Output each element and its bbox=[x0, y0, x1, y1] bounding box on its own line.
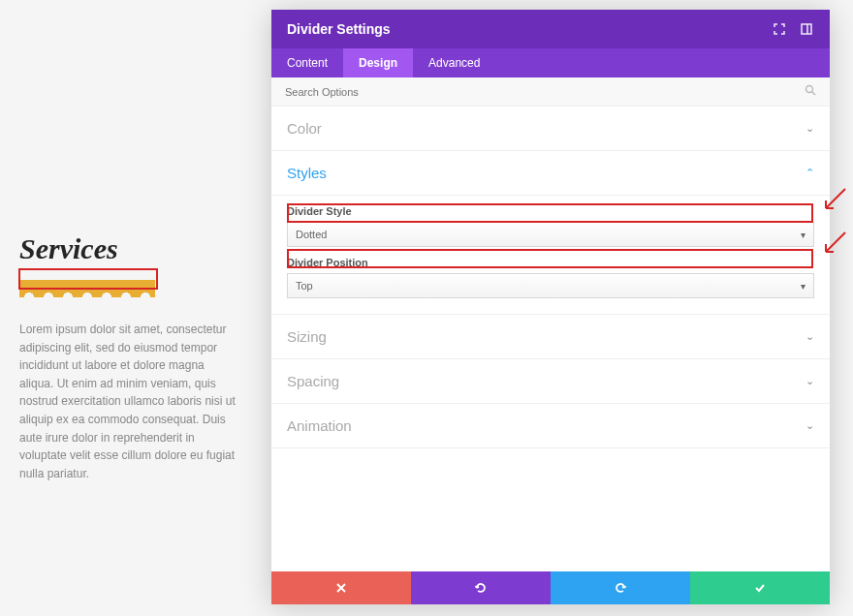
modal-title: Divider Settings bbox=[287, 21, 391, 37]
undo-button[interactable] bbox=[411, 571, 551, 604]
search-row bbox=[271, 77, 830, 107]
arrow-icon bbox=[820, 187, 847, 214]
arrow-icon bbox=[820, 231, 847, 258]
chevron-down-icon: ⌄ bbox=[806, 419, 814, 432]
chevron-down-icon: ⌄ bbox=[806, 122, 814, 135]
divider-settings-modal: Divider Settings Content Design Advanced… bbox=[271, 10, 830, 604]
tab-design[interactable]: Design bbox=[343, 48, 413, 77]
save-button[interactable] bbox=[690, 571, 830, 604]
divider-style-label: Divider Style bbox=[287, 205, 814, 217]
section-sizing-title: Sizing bbox=[287, 328, 327, 345]
search-icon[interactable] bbox=[805, 84, 816, 99]
expand-icon[interactable] bbox=[772, 21, 787, 37]
divider-position-value: Top bbox=[296, 280, 313, 292]
services-preview: Services Lorem ipsum dolor sit amet, con… bbox=[19, 232, 237, 482]
section-styles-title: Styles bbox=[287, 165, 327, 181]
svg-rect-0 bbox=[802, 24, 811, 34]
svg-line-7 bbox=[826, 232, 845, 252]
section-spacing[interactable]: Spacing ⌄ bbox=[271, 359, 830, 404]
tab-advanced[interactable]: Advanced bbox=[413, 48, 495, 77]
cancel-button[interactable] bbox=[271, 571, 411, 604]
svg-point-2 bbox=[806, 86, 813, 93]
snap-icon[interactable] bbox=[799, 21, 814, 37]
chevron-down-icon: ⌄ bbox=[806, 375, 814, 387]
lorem-text: Lorem ipsum dolor sit amet, consectetur … bbox=[19, 321, 237, 482]
search-input[interactable] bbox=[285, 86, 805, 98]
styles-body: Divider Style Dotted Divider Position To… bbox=[271, 205, 830, 315]
chevron-up-icon: ⌃ bbox=[806, 167, 814, 179]
tab-content[interactable]: Content bbox=[271, 48, 343, 77]
divider-position-label: Divider Position bbox=[287, 257, 814, 268]
svg-line-3 bbox=[812, 92, 815, 95]
modal-header[interactable]: Divider Settings bbox=[271, 10, 830, 48]
modal-footer bbox=[271, 571, 830, 604]
chevron-down-icon: ⌄ bbox=[806, 330, 814, 343]
section-styles[interactable]: Styles ⌃ bbox=[271, 151, 830, 196]
section-animation[interactable]: Animation ⌄ bbox=[271, 404, 830, 448]
sections: Color ⌄ Styles ⌃ Divider Style Dotted Di… bbox=[271, 107, 830, 571]
section-animation-title: Animation bbox=[287, 417, 352, 434]
section-color-title: Color bbox=[287, 120, 322, 137]
tabs: Content Design Advanced bbox=[271, 48, 830, 77]
divider-position-select[interactable]: Top bbox=[287, 273, 814, 298]
section-spacing-title: Spacing bbox=[287, 373, 339, 389]
section-sizing[interactable]: Sizing ⌄ bbox=[271, 315, 830, 359]
svg-line-6 bbox=[826, 189, 845, 208]
redo-button[interactable] bbox=[551, 571, 690, 604]
section-color[interactable]: Color ⌄ bbox=[271, 107, 830, 151]
divider-style-select[interactable]: Dotted bbox=[287, 222, 814, 247]
services-title: Services bbox=[19, 232, 237, 265]
divider-style-value: Dotted bbox=[296, 229, 327, 240]
divider-preview bbox=[19, 280, 155, 297]
